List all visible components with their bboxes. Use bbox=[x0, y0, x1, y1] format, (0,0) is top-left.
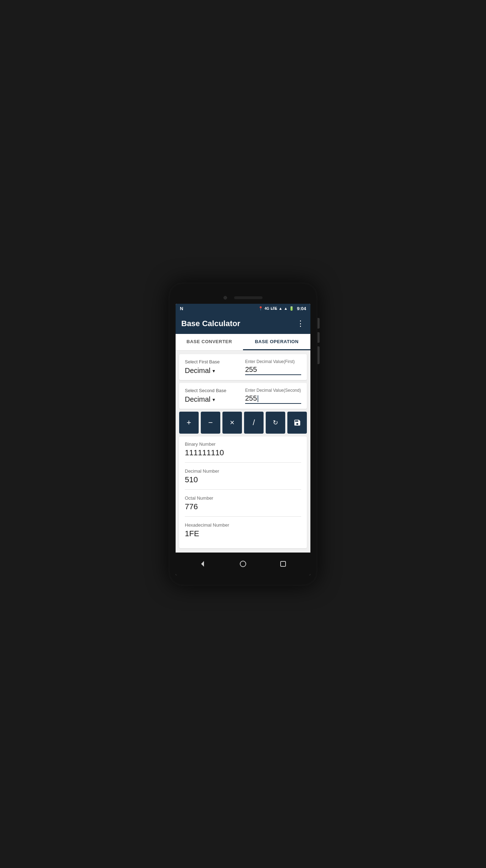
home-icon bbox=[239, 560, 247, 568]
first-value-label: Enter Decimal Value(First) bbox=[245, 359, 301, 364]
phone-top bbox=[176, 293, 310, 304]
first-value-input-wrapper: Enter Decimal Value(First) 255 bbox=[245, 359, 301, 375]
app-title: Base Calculator bbox=[181, 319, 240, 328]
tab-base-operation[interactable]: BASE OPERATION bbox=[243, 334, 310, 350]
second-value-input[interactable]: 255 bbox=[245, 394, 301, 404]
svg-point-1 bbox=[240, 561, 246, 567]
results-card: Binary Number 111111110 Decimal Number 5… bbox=[179, 436, 307, 548]
status-bar: N 📍 4G LTE ▲ ▲ 🔋 9:04 bbox=[176, 304, 310, 313]
first-base-value: Decimal bbox=[185, 367, 210, 375]
save-icon bbox=[293, 419, 301, 427]
power-button[interactable] bbox=[317, 346, 320, 364]
phone-screen: N 📍 4G LTE ▲ ▲ 🔋 9:04 Base Calculator ⋮ … bbox=[176, 304, 310, 575]
add-button[interactable]: + bbox=[179, 412, 199, 434]
hexadecimal-value: 1FE bbox=[185, 529, 301, 538]
decimal-label: Decimal Number bbox=[185, 468, 301, 474]
divide-button[interactable]: / bbox=[244, 412, 264, 434]
first-value-input[interactable]: 255 bbox=[245, 366, 301, 375]
second-value-label: Enter Decimal Value(Second) bbox=[245, 388, 301, 393]
second-base-dropdown[interactable]: Decimal ▾ bbox=[185, 395, 241, 403]
app-bar: Base Calculator ⋮ bbox=[176, 313, 310, 334]
tabs-container: BASE CONVERTER BASE OPERATION bbox=[176, 334, 310, 351]
octal-value: 776 bbox=[185, 502, 301, 511]
status-icons: 📍 4G LTE ▲ ▲ 🔋 9:04 bbox=[258, 306, 306, 311]
second-base-dropdown-arrow: ▾ bbox=[212, 397, 215, 402]
signal-bars-icon: ▲ bbox=[278, 306, 282, 311]
binary-result: Binary Number 111111110 bbox=[185, 441, 301, 463]
decimal-value: 510 bbox=[185, 475, 301, 484]
battery-icon: 🔋 bbox=[289, 306, 294, 311]
second-value-input-wrapper: Enter Decimal Value(Second) 255 bbox=[245, 388, 301, 404]
back-button[interactable] bbox=[197, 557, 209, 570]
hexadecimal-label: Hexadecimal Number bbox=[185, 522, 301, 528]
signal-4g-icon: 4G bbox=[265, 307, 269, 311]
multiply-button[interactable]: × bbox=[222, 412, 242, 434]
main-content: Select First Base Decimal ▾ Enter Decima… bbox=[176, 351, 310, 552]
decimal-result: Decimal Number 510 bbox=[185, 468, 301, 490]
phone-frame: N 📍 4G LTE ▲ ▲ 🔋 9:04 Base Calculator ⋮ … bbox=[169, 282, 317, 586]
binary-value: 111111110 bbox=[185, 448, 301, 457]
binary-label: Binary Number bbox=[185, 441, 301, 447]
first-base-dropdown-arrow: ▾ bbox=[212, 368, 215, 374]
reset-button[interactable]: ↻ bbox=[266, 412, 285, 434]
vol-down-button[interactable] bbox=[317, 332, 320, 343]
bottom-nav bbox=[176, 553, 310, 575]
recents-button[interactable] bbox=[277, 557, 289, 570]
hexadecimal-result: Hexadecimal Number 1FE bbox=[185, 522, 301, 543]
svg-marker-0 bbox=[201, 561, 204, 567]
more-options-button[interactable]: ⋮ bbox=[297, 319, 305, 328]
first-base-dropdown[interactable]: Decimal ▾ bbox=[185, 367, 241, 375]
svg-rect-2 bbox=[281, 561, 286, 566]
signal-bars-2-icon: ▲ bbox=[284, 306, 288, 311]
recents-icon bbox=[279, 560, 287, 568]
operators-row: + − × / ↻ bbox=[179, 412, 307, 434]
octal-result: Octal Number 776 bbox=[185, 495, 301, 517]
second-base-card: Select Second Base Decimal ▾ Enter Decim… bbox=[179, 383, 307, 409]
location-icon: 📍 bbox=[258, 306, 263, 311]
save-button[interactable] bbox=[287, 412, 307, 434]
first-base-select-label: Select First Base bbox=[185, 359, 241, 364]
first-base-card: Select First Base Decimal ▾ Enter Decima… bbox=[179, 354, 307, 380]
second-base-value: Decimal bbox=[185, 395, 210, 403]
vol-up-button[interactable] bbox=[317, 318, 320, 329]
octal-label: Octal Number bbox=[185, 495, 301, 501]
back-icon bbox=[199, 560, 207, 568]
signal-lte-icon: LTE bbox=[271, 307, 277, 311]
phone-speaker bbox=[234, 296, 263, 299]
tab-base-converter[interactable]: BASE CONVERTER bbox=[176, 334, 243, 350]
front-camera bbox=[223, 296, 227, 300]
network-indicator: N bbox=[180, 306, 183, 311]
status-time: 9:04 bbox=[297, 306, 306, 311]
subtract-button[interactable]: − bbox=[201, 412, 220, 434]
second-base-select-label: Select Second Base bbox=[185, 388, 241, 393]
home-button[interactable] bbox=[237, 557, 249, 570]
